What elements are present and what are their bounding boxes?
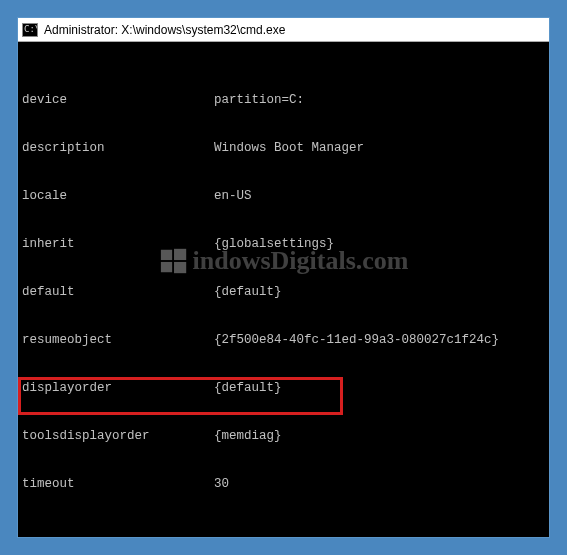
terminal-output[interactable]: devicepartition=C: descriptionWindows Bo… — [18, 42, 549, 537]
output-row: devicepartition=C: — [18, 92, 549, 108]
output-row: default{default} — [18, 284, 549, 300]
cmd-icon: C:\ — [22, 23, 38, 37]
output-row: resumeobject{2f500e84-40fc-11ed-99a3-080… — [18, 332, 549, 348]
window-title: Administrator: X:\windows\system32\cmd.e… — [44, 23, 285, 37]
output-row: toolsdisplayorder{memdiag} — [18, 428, 549, 444]
output-row: localeen-US — [18, 188, 549, 204]
output-row: inherit{globalsettings} — [18, 236, 549, 252]
output-row: timeout30 — [18, 476, 549, 492]
output-row: descriptionWindows Boot Manager — [18, 140, 549, 156]
output-row: displayorder{default} — [18, 380, 549, 396]
cmd-window: C:\ Administrator: X:\windows\system32\c… — [18, 18, 549, 537]
titlebar[interactable]: C:\ Administrator: X:\windows\system32\c… — [18, 18, 549, 42]
